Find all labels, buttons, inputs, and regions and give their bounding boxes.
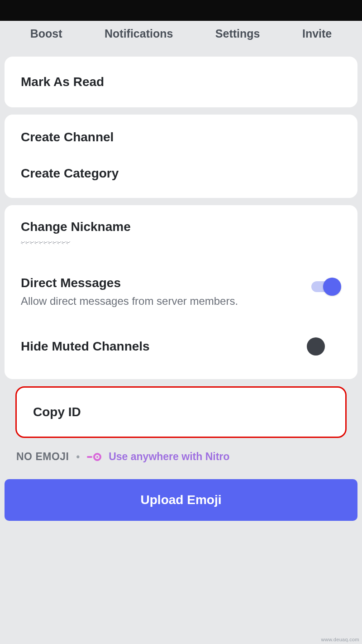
watermark-text: www.deuaq.com [321,637,359,642]
server-action-tabs: Boost Notifications Settings Invite [0,21,362,49]
hide-muted-row[interactable]: Hide Muted Channels [5,308,357,379]
separator-dot-icon: • [76,451,80,463]
create-card: Create Channel Create Category [5,115,357,198]
tab-boost[interactable]: Boost [30,27,62,40]
change-nickname-row[interactable]: Change Nickname [5,205,357,249]
nitro-promo-link[interactable]: Use anywhere with Nitro [109,451,229,463]
create-category-row[interactable]: Create Category [5,155,357,198]
settings-card: Change Nickname Direct Messages Allow di… [5,205,357,379]
nitro-icon [87,453,101,461]
mark-read-card: Mark As Read [5,57,357,107]
direct-messages-desc: Allow direct messages from server member… [21,295,311,308]
tab-invite[interactable]: Invite [302,27,332,40]
hide-muted-toggle[interactable] [307,337,325,356]
tab-settings[interactable]: Settings [215,27,260,40]
direct-messages-row[interactable]: Direct Messages Allow direct messages fr… [5,249,357,308]
upload-emoji-button[interactable]: Upload Emoji [5,479,357,521]
tab-notifications[interactable]: Notifications [105,27,173,40]
create-channel-row[interactable]: Create Channel [5,115,357,155]
direct-messages-toggle[interactable] [311,278,341,296]
copy-id-row[interactable]: Copy ID [15,386,347,438]
no-emoji-label: NO EMOJI [16,451,69,463]
hide-muted-title: Hide Muted Channels [21,339,307,354]
emoji-nitro-line: NO EMOJI • Use anywhere with Nitro [0,445,362,472]
direct-messages-title: Direct Messages [21,276,311,290]
mark-as-read-row[interactable]: Mark As Read [5,57,357,107]
change-nickname-label: Change Nickname [21,220,341,234]
status-bar [0,0,362,21]
nickname-underline-icon [21,241,71,244]
toggle-knob-icon [323,278,341,296]
